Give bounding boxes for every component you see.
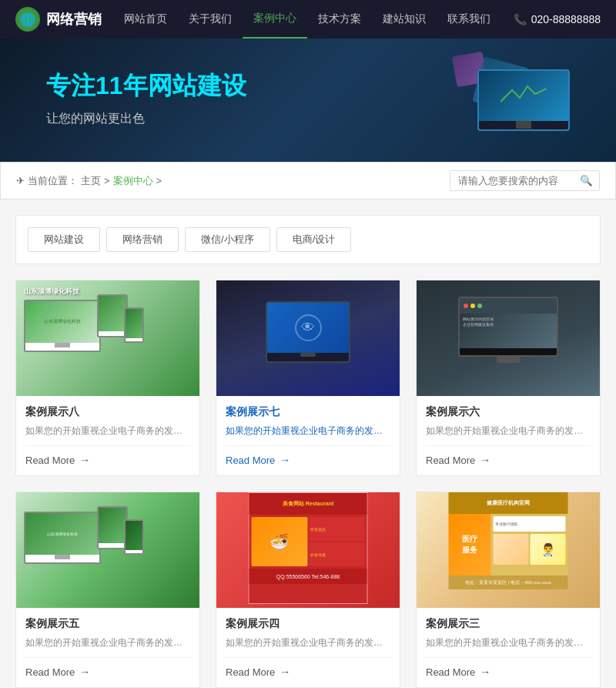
case-desc-6: 如果您的开始重视企业电子商务的发展，建...	[426, 636, 591, 649]
case-body-6: 案例展示三 如果您的开始重视企业电子商务的发展，建... Read More →	[417, 608, 600, 687]
case-desc-1: 如果您的开始重视企业电子商务的发展，建...	[25, 424, 190, 438]
phone-icon: 📞	[514, 13, 527, 25]
case-link-arrow-5: →	[280, 666, 290, 678]
banner-monitor	[477, 69, 570, 131]
case-link-arrow-4: →	[79, 666, 90, 678]
nav-item-tech[interactable]: 技术方案	[307, 0, 372, 39]
monitor-stand	[516, 121, 531, 129]
banner-graphic	[431, 46, 585, 154]
nav-item-about[interactable]: 关于我们	[178, 0, 243, 39]
case-card-4: 山东淄博绿化科技 案例展示五 如果您的开始重视企业电子商务的发展，建...	[15, 492, 200, 688]
case-link-arrow-2: →	[280, 454, 290, 466]
case-body-3: 案例展示六 如果您的开始重视企业电子商务的发展，建... Read More →	[417, 396, 600, 475]
nav-item-cases[interactable]: 案例中心	[243, 0, 307, 39]
case-image-6: 健康医疗机构官网 医疗服务 专业医疗团队	[417, 492, 600, 608]
search-button[interactable]: 🔍	[574, 171, 599, 190]
breadcrumb-bar: ✈ 当前位置： 主页 > 案例中心 > 🔍	[0, 162, 616, 200]
case-link-arrow-1: →	[79, 454, 90, 466]
case-link-2[interactable]: Read More →	[226, 445, 390, 466]
case-grid: 山东淄博绿化科技 山东淄博绿化科技 案	[15, 280, 601, 688]
case-title-1: 案例展示八	[25, 405, 190, 419]
breadcrumb: ✈ 当前位置： 主页 > 案例中心 >	[16, 174, 162, 188]
case-title-2: 案例展示七	[226, 405, 390, 419]
logo-icon: 🌐	[15, 7, 40, 32]
case-link-1[interactable]: Read More →	[25, 445, 190, 466]
breadcrumb-sep2: >	[156, 175, 162, 186]
case-body-1: 案例展示八 如果您的开始重视企业电子商务的发展，建... Read More →	[16, 396, 199, 475]
filter-tab-wechat[interactable]: 微信/小程序	[185, 227, 270, 252]
logo: 🌐 网络营销	[15, 7, 102, 32]
case-image-4: 山东淄博绿化科技	[16, 492, 199, 608]
main-content: 网站建设 网络营销 微信/小程序 电商/设计 山东淄博绿化科技	[0, 200, 616, 688]
case-image-1: 山东淄博绿化科技 山东淄博绿化科技	[16, 280, 199, 396]
case-desc-5: 如果您的开始重视企业电子商务的发展，建...	[226, 636, 390, 649]
case-link-6[interactable]: Read More →	[426, 657, 591, 678]
case-body-5: 案例展示四 如果您的开始重视企业电子商务的发展，建... Read More →	[216, 608, 400, 687]
header-phone: 📞 020-88888888	[514, 13, 601, 25]
case-desc-2: 如果您的开始重视企业电子商务的发展，建...	[226, 424, 390, 438]
case-link-5[interactable]: Read More →	[226, 657, 390, 678]
filter-tab-marketing[interactable]: 网络营销	[106, 227, 179, 252]
case-link-arrow-3: →	[480, 454, 490, 466]
case-title-6: 案例展示三	[426, 617, 591, 631]
case-image-2: 👁	[216, 280, 400, 396]
breadcrumb-sep1: >	[104, 175, 110, 186]
case-link-3[interactable]: Read More →	[426, 445, 591, 466]
filter-tab-website[interactable]: 网站建设	[28, 227, 100, 252]
header: 🌐 网络营销 网站首页 关于我们 案例中心 技术方案 建站知识 联系我们 📞 0…	[0, 0, 616, 39]
case-card-2: 👁 案例展示七 如果您的开始重视企业电子商务的发展，建... Read More…	[216, 280, 400, 476]
case-card-6: 健康医疗机构官网 医疗服务 专业医疗团队	[416, 492, 601, 688]
case-card-1: 山东淄博绿化科技 山东淄博绿化科技 案	[15, 280, 200, 476]
nav-item-contact[interactable]: 联系我们	[437, 0, 501, 39]
case-body-4: 案例展示五 如果您的开始重视企业电子商务的发展，建... Read More →	[16, 608, 199, 687]
banner: 专注11年网站建设 让您的网站更出色	[0, 39, 616, 162]
case-title-3: 案例展示六	[426, 405, 591, 419]
main-nav: 网站首页 关于我们 案例中心 技术方案 建站知识 联系我们	[113, 0, 501, 39]
breadcrumb-icon: ✈	[16, 175, 25, 186]
case-desc-4: 如果您的开始重视企业电子商务的发展，建...	[25, 636, 190, 649]
phone-number: 020-88888888	[531, 13, 601, 25]
breadcrumb-current[interactable]: 案例中心	[113, 174, 153, 188]
case-link-4[interactable]: Read More →	[25, 657, 190, 678]
case-card-5: 美食网站 Restaurant 🍜 特色菜品 价格优惠	[216, 492, 400, 688]
case-image-3: 网站展示内容区域企业官网建设案例	[417, 280, 600, 396]
nav-item-home[interactable]: 网站首页	[113, 0, 178, 39]
case-card-3: 网站展示内容区域企业官网建设案例 案例展示六 如果您的开始重视企业电子商务的发展…	[416, 280, 601, 476]
case-title-5: 案例展示四	[226, 617, 390, 631]
case-desc-3: 如果您的开始重视企业电子商务的发展，建...	[426, 424, 591, 438]
filter-tab-ecommerce[interactable]: 电商/设计	[276, 227, 352, 252]
breadcrumb-prefix: 当前位置：	[28, 174, 78, 188]
logo-text: 网络营销	[46, 10, 102, 29]
case-body-2: 案例展示七 如果您的开始重视企业电子商务的发展，建... Read More →	[216, 396, 400, 475]
monitor-screen	[479, 71, 568, 121]
nav-item-knowledge[interactable]: 建站知识	[372, 0, 437, 39]
case-image-5: 美食网站 Restaurant 🍜 特色菜品 价格优惠	[216, 492, 400, 608]
search-input[interactable]	[450, 171, 574, 190]
case-title-4: 案例展示五	[25, 617, 190, 631]
search-box: 🔍	[450, 170, 600, 191]
case-link-arrow-6: →	[480, 666, 490, 678]
filter-tabs: 网站建设 网络营销 微信/小程序 电商/设计	[15, 215, 601, 264]
breadcrumb-home[interactable]: 主页	[81, 174, 101, 188]
